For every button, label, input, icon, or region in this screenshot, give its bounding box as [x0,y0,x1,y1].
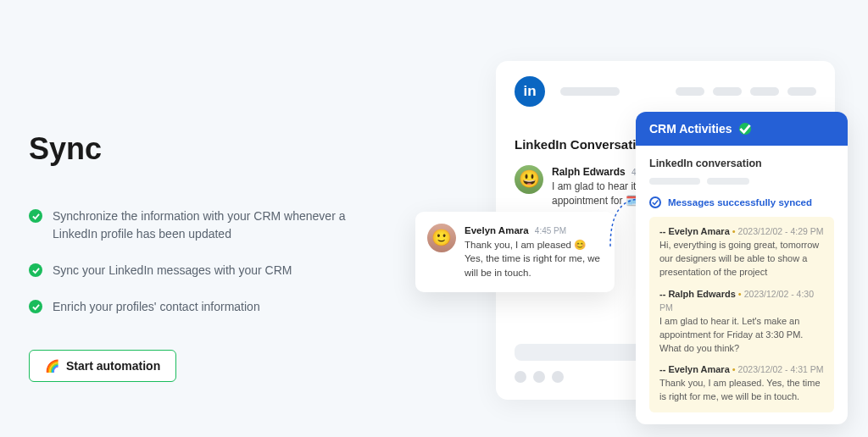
placeholder-bar [707,178,749,185]
dot-icon [515,371,526,383]
check-icon [29,300,42,313]
feature-item: Synchronize the information with your CR… [29,207,385,243]
crm-header-title: CRM Activities [649,122,732,136]
message-text: Thank you, I am pleased 😊 Yes, the time … [465,238,603,280]
message-time: 4:45 PM [535,226,566,235]
entry-date: 2023/12/02 - 4:31 PM [738,364,824,374]
dot-icon [533,371,545,383]
entry-from: Ralph Edwards [668,289,735,299]
avatar [427,224,456,252]
feature-text: Enrich your profiles' contact informatio… [53,298,260,316]
entry-from: Evelyn Amara [668,364,729,374]
placeholder-bar [787,87,816,96]
crm-panel: CRM Activities LinkedIn conversation Mes… [636,112,848,424]
check-icon [29,263,42,277]
visual-cluster: in LinkedIn Conversation Ralph Edwards 4… [415,51,868,437]
floating-message-card: Evelyn Amara 4:45 PM Thank you, I am ple… [415,212,615,292]
entry-text: Thank you, I am pleased. Yes, the time i… [659,377,824,404]
feature-item: Sync your LinkedIn messages with your CR… [29,262,385,279]
sync-status-text: Messages successfully synced [668,197,812,207]
crm-entry: -- Evelyn Amara•2023/12/02 - 4:29 PM Hi,… [659,225,824,279]
page-title: Sync [29,131,385,167]
feature-list: Synchronize the information with your CR… [29,207,385,316]
entry-from: Evelyn Amara [668,226,729,236]
feature-item: Enrich your profiles' contact informatio… [29,298,385,316]
crm-header: CRM Activities [636,112,848,146]
placeholder-bar [750,87,779,96]
entry-text: I am glad to hear it. Let's make an appo… [659,315,824,356]
rainbow-icon: 🌈 [45,359,59,373]
check-icon [739,123,751,135]
entry-date: 2023/12/02 - 4:29 PM [738,226,824,236]
sync-status: Messages successfully synced [649,196,834,208]
message-author: Evelyn Amara [465,225,529,235]
start-automation-button[interactable]: 🌈 Start automation [29,350,176,382]
crm-subtitle: LinkedIn conversation [649,158,834,169]
crm-entry: -- Ralph Edwards•2023/12/02 - 4:30 PM I … [659,288,824,356]
placeholder-bar [713,87,742,96]
cta-label: Start automation [66,359,160,373]
check-icon [649,196,661,208]
placeholder-row [649,178,834,185]
message-author: Ralph Edwards [552,166,626,178]
feature-text: Synchronize the information with your CR… [53,207,385,243]
entry-text: Hi, everything is going great, tomorrow … [659,239,824,279]
linkedin-header: in [515,76,816,107]
feature-text: Sync your LinkedIn messages with your CR… [53,262,292,279]
crm-entry: -- Evelyn Amara•2023/12/02 - 4:31 PM Tha… [659,363,824,404]
placeholder-bar [649,178,700,185]
crm-log: -- Evelyn Amara•2023/12/02 - 4:29 PM Hi,… [649,217,834,412]
linkedin-icon: in [515,76,545,107]
placeholder-bar [560,87,620,96]
check-icon [29,209,42,223]
avatar [515,165,543,194]
dot-icon [552,371,564,383]
placeholder-bar [676,87,704,96]
